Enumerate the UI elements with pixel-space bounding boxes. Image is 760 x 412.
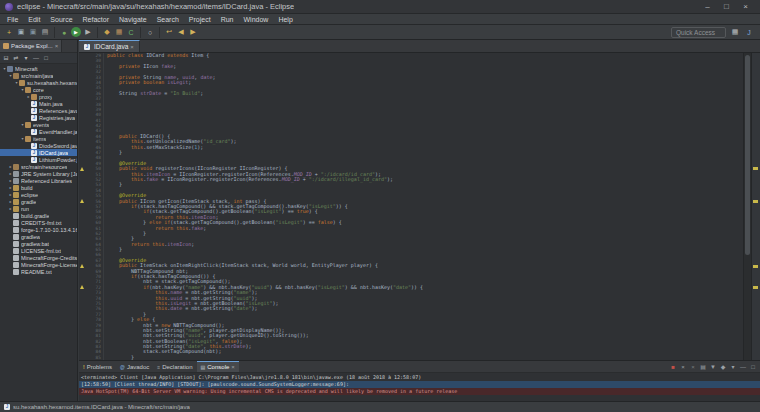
save-all-icon[interactable]: ▣: [27, 26, 39, 38]
last-edit-icon[interactable]: ↩: [163, 26, 175, 38]
tree-item-main-java[interactable]: JMain.java: [0, 100, 77, 107]
menu-window[interactable]: Window: [238, 16, 273, 23]
new-package-icon[interactable]: ▦: [113, 26, 125, 38]
scrollbar-thumb[interactable]: [745, 55, 750, 255]
remove-all-launches-icon[interactable]: ×: [689, 364, 697, 370]
maximize-view-icon[interactable]: □: [749, 364, 757, 370]
tree-item-gradle[interactable]: ▸gradle: [0, 198, 77, 205]
tree-item-items[interactable]: ▾items: [0, 135, 77, 142]
menu-help[interactable]: Help: [273, 16, 297, 23]
pin-console-icon[interactable]: ◆: [719, 363, 727, 370]
tree-item-eventhandler-java[interactable]: JEventHandler.java: [0, 128, 77, 135]
tree-item-registries-java[interactable]: JRegistries.java: [0, 114, 77, 121]
tree-item-forge-1-7-10-10-13-4-1614-changelog-txt[interactable]: forge-1.7.10-10.13.4.1614-changelog.txt: [0, 226, 77, 233]
overview-warning-mark[interactable]: [753, 167, 758, 170]
tree-item-eclipse[interactable]: ▸eclipse: [0, 191, 77, 198]
tab-package-explorer[interactable]: Package Expl... ×: [0, 40, 62, 52]
warning-icon[interactable]: [80, 285, 84, 289]
tree-item-minecraft[interactable]: ▾Minecraft: [0, 65, 77, 72]
tree-item-src-main-java[interactable]: ▾src/main/java: [0, 72, 77, 79]
jfile-icon: J: [31, 101, 37, 107]
warning-icon[interactable]: [80, 167, 84, 171]
tree-item-build[interactable]: ▸build: [0, 184, 77, 191]
tree-item-references-java[interactable]: JReferences.java: [0, 107, 77, 114]
tree-item-diodesword-java[interactable]: JDiodeSword.java: [0, 142, 77, 149]
tab-problems[interactable]: !Problems: [79, 361, 116, 372]
terminate-icon[interactable]: ■: [669, 364, 677, 370]
close-icon[interactable]: ×: [130, 44, 134, 50]
minimize-view-icon[interactable]: —: [739, 364, 747, 370]
tree-item-src-main-resources[interactable]: ▸src/main/resources: [0, 163, 77, 170]
overview-warning-mark[interactable]: [753, 200, 758, 203]
overview-warning-mark[interactable]: [753, 265, 758, 268]
quick-access-box[interactable]: Quick Access: [671, 27, 726, 38]
tree-item-jre-system-library-javase-1-8[interactable]: ▸JRE System Library [JavaSE-1.8]: [0, 170, 77, 177]
print-icon[interactable]: ▤: [39, 26, 51, 38]
tree-item-proxy[interactable]: ▸proxy: [0, 93, 77, 100]
menu-file[interactable]: File: [2, 16, 23, 23]
tree-item-minecraftforge-license-txt[interactable]: MinecraftForge-License.txt: [0, 261, 77, 268]
forward-icon[interactable]: ▶: [187, 26, 199, 38]
minimize-view-icon[interactable]: —: [32, 53, 40, 63]
console-line-stdout[interactable]: [12:58:50] [Client thread/INFO] [STDOUT]…: [79, 381, 760, 388]
tab-javadoc[interactable]: @Javadoc: [116, 361, 153, 372]
back-icon[interactable]: ◀: [175, 26, 187, 38]
java-perspective-icon[interactable]: J: [743, 26, 755, 38]
console-line-stderr[interactable]: Java HotSpot(TM) 64-Bit Server VM warnin…: [79, 388, 760, 395]
menu-project[interactable]: Project: [184, 16, 216, 23]
menu-search[interactable]: Search: [152, 16, 184, 23]
close-icon[interactable]: ×: [231, 364, 235, 370]
display-console-icon[interactable]: ▾: [729, 363, 737, 370]
remove-launch-icon[interactable]: ×: [679, 364, 687, 370]
collapse-all-icon[interactable]: ⊟: [2, 53, 10, 63]
view-menu-icon[interactable]: ▾: [22, 53, 30, 63]
tree-item-minecraftforge-credits-txt[interactable]: MinecraftForge-Credits.txt: [0, 254, 77, 261]
menu-edit[interactable]: Edit: [23, 16, 45, 23]
tree-item-gradlew-bat[interactable]: gradlew.bat: [0, 240, 77, 247]
warning-icon[interactable]: [80, 264, 84, 268]
tree-item-credits-fml-txt[interactable]: CREDITS-fml.txt: [0, 219, 77, 226]
close-icon[interactable]: ×: [55, 43, 59, 49]
tree-item-su-hexahash-hexamod[interactable]: ▾su.hexahash.hexamod: [0, 79, 77, 86]
tree-item-idcard-java[interactable]: JIDCard.java: [0, 149, 77, 156]
tab-console[interactable]: ▤Console×: [197, 361, 239, 372]
overview-warning-mark[interactable]: [753, 286, 758, 289]
external-tools-icon[interactable]: ▶: [82, 26, 94, 38]
minimize-button[interactable]: –: [698, 1, 717, 13]
tree-item-readme-txt[interactable]: README.txt: [0, 268, 77, 275]
tree-item-license-fml-txt[interactable]: LICENSE-fml.txt: [0, 247, 77, 254]
tab-idcard-java[interactable]: J IDCard.java ×: [79, 40, 140, 52]
scroll-lock-icon[interactable]: ▼: [709, 364, 717, 370]
tree-item-build-gradle[interactable]: build.gradle: [0, 212, 77, 219]
maximize-button[interactable]: □: [717, 1, 736, 13]
warning-icon[interactable]: [80, 199, 84, 203]
tree-item-core[interactable]: ▾core: [0, 86, 77, 93]
close-button[interactable]: ×: [736, 1, 755, 13]
code-area[interactable]: public class IDCard extends Item { priva…: [104, 53, 743, 360]
tree-item-run[interactable]: ▸run: [0, 205, 77, 212]
maximize-view-icon[interactable]: □: [42, 53, 50, 63]
overview-ruler[interactable]: [751, 53, 760, 360]
tree-item-events[interactable]: ▾events: [0, 121, 77, 128]
tree-item-referenced-libraries[interactable]: ▸Referenced Libraries: [0, 177, 77, 184]
perspective-open-icon[interactable]: ▦: [729, 26, 741, 38]
run-icon[interactable]: ▶: [71, 27, 81, 37]
menu-source[interactable]: Source: [45, 16, 77, 23]
tab-declaration[interactable]: ≡Declaration: [153, 361, 196, 372]
debug-icon[interactable]: ●: [58, 26, 70, 38]
search-icon[interactable]: ○: [144, 26, 156, 38]
tree-item-gradlew[interactable]: gradlew: [0, 233, 77, 240]
editor-scrollbar[interactable]: [743, 53, 751, 360]
link-with-editor-icon[interactable]: ⇄: [12, 53, 20, 63]
tree-item-label: src/main/resources: [21, 164, 67, 170]
new-class-icon[interactable]: C: [125, 26, 137, 38]
clear-console-icon[interactable]: ▤: [699, 363, 707, 370]
menu-run[interactable]: Run: [216, 16, 239, 23]
menu-navigate[interactable]: Navigate: [114, 16, 152, 23]
console-log[interactable]: [12:58:50] [Client thread/INFO] [STDOUT]…: [79, 381, 760, 401]
new-wizard-icon[interactable]: +: [3, 26, 15, 38]
new-java-project-icon[interactable]: ◆: [101, 26, 113, 38]
tree-item-lithiumpowder-java[interactable]: JLithiumPowder.java: [0, 156, 77, 163]
save-icon[interactable]: ▣: [15, 26, 27, 38]
menu-refactor[interactable]: Refactor: [78, 16, 114, 23]
